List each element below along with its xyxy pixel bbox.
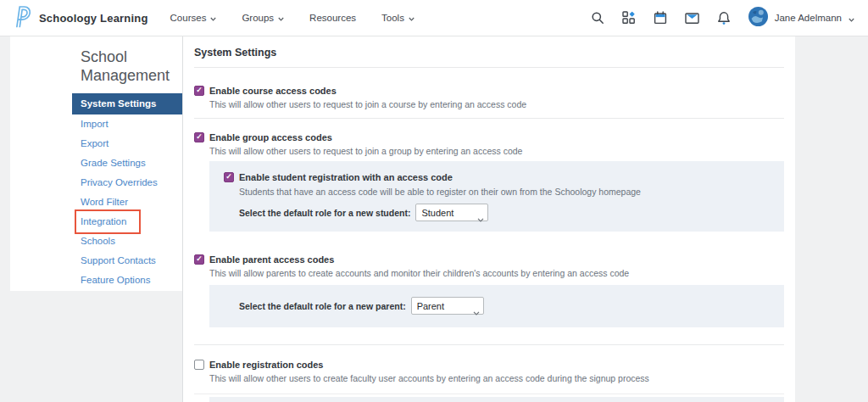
- setting-registration-codes: Enable registration codes This will allo…: [194, 359, 784, 383]
- parent-role-panel: Select the default role for a new parent…: [209, 285, 784, 327]
- setting-course-access-codes: Enable course access codes This will all…: [194, 85, 784, 109]
- brand-name: Schoology Learning: [39, 12, 148, 25]
- divider: [194, 118, 784, 119]
- sidebar-item-schools[interactable]: Schools: [72, 232, 182, 251]
- next-panel-partial: [209, 397, 784, 402]
- avatar: [748, 7, 768, 30]
- nav-groups[interactable]: Groups: [242, 13, 284, 23]
- sidebar-item-privacy-overrides[interactable]: Privacy Overrides: [72, 173, 182, 193]
- student-role-label: Select the default role for a new studen…: [239, 208, 410, 218]
- top-bar-actions: Jane Adelmann: [591, 7, 854, 30]
- setting-group-access-codes: Enable group access codes This will allo…: [194, 131, 784, 232]
- search-icon[interactable]: [591, 11, 604, 25]
- sidebar-item-system-settings[interactable]: System Settings: [72, 93, 182, 114]
- sidebar: School Management System Settings Import…: [10, 36, 182, 291]
- sidebar-item-word-filter[interactable]: Word Filter: [72, 193, 182, 212]
- user-menu[interactable]: Jane Adelmann: [748, 7, 854, 30]
- schoology-logo-icon: [11, 5, 32, 31]
- student-registration-panel: Enable student registration with an acce…: [209, 161, 784, 232]
- setting-description: Students that have an access code will b…: [239, 187, 771, 197]
- setting-label: Enable student registration with an acce…: [239, 172, 453, 182]
- checkbox-course-access-codes[interactable]: [194, 86, 204, 96]
- apps-grid-icon[interactable]: [622, 11, 636, 25]
- sidebar-item-export[interactable]: Export: [72, 134, 182, 154]
- setting-description: This will allow parents to create accoun…: [209, 269, 784, 278]
- sidebar-item-grade-settings[interactable]: Grade Settings: [72, 154, 182, 173]
- parent-role-label: Select the default role for a new parent…: [239, 301, 406, 311]
- setting-label: Enable registration codes: [209, 360, 323, 370]
- divider: [194, 344, 784, 345]
- chevron-down-icon: [278, 13, 284, 23]
- setting-label: Enable parent access codes: [209, 254, 334, 265]
- setting-description: This will allow other users to request t…: [209, 147, 784, 156]
- sidebar-item-support-contacts[interactable]: Support Contacts: [72, 251, 182, 271]
- divider: [194, 67, 784, 68]
- chevron-down-icon: [210, 13, 216, 23]
- nav-courses[interactable]: Courses: [170, 13, 217, 23]
- parent-role-select[interactable]: Parent: [411, 297, 484, 315]
- sidebar-item-integration[interactable]: Integration: [72, 212, 182, 232]
- setting-label: Enable group access codes: [209, 132, 332, 142]
- checkbox-group-access-codes[interactable]: [194, 132, 204, 142]
- divider: [194, 394, 784, 394]
- nav-tools[interactable]: Tools: [381, 13, 415, 23]
- page-title: System Settings: [194, 47, 784, 59]
- sidebar-item-import[interactable]: Import: [72, 114, 182, 134]
- setting-parent-access-codes: Enable parent access codes This will all…: [194, 254, 784, 327]
- top-nav: Courses Groups Resources Tools: [170, 13, 415, 23]
- checkbox-student-registration[interactable]: [224, 172, 234, 182]
- brand[interactable]: Schoology Learning: [11, 5, 148, 31]
- setting-label: Enable course access codes: [209, 86, 337, 96]
- checkbox-registration-codes[interactable]: [194, 360, 204, 370]
- chevron-down-icon: [409, 13, 415, 23]
- checkbox-parent-access-codes[interactable]: [194, 254, 204, 265]
- calendar-icon[interactable]: [654, 11, 667, 25]
- chevron-down-icon: [849, 10, 854, 25]
- notifications-icon[interactable]: [717, 11, 731, 25]
- main-content: System Settings Enable course access cod…: [182, 36, 795, 402]
- student-role-select[interactable]: Student: [415, 204, 488, 221]
- setting-description: This will allow other users to request t…: [209, 100, 784, 109]
- sidebar-item-feature-options[interactable]: Feature Options: [72, 271, 182, 290]
- nav-resources[interactable]: Resources: [309, 13, 356, 23]
- setting-description: This will allow other users to create fa…: [209, 374, 784, 383]
- top-bar: Schoology Learning Courses Groups Resour…: [0, 0, 868, 36]
- sidebar-nav: System Settings Import Export Grade Sett…: [72, 93, 182, 290]
- user-name: Jane Adelmann: [775, 13, 842, 23]
- messages-icon[interactable]: [685, 12, 699, 25]
- sidebar-title: School Management: [10, 36, 182, 86]
